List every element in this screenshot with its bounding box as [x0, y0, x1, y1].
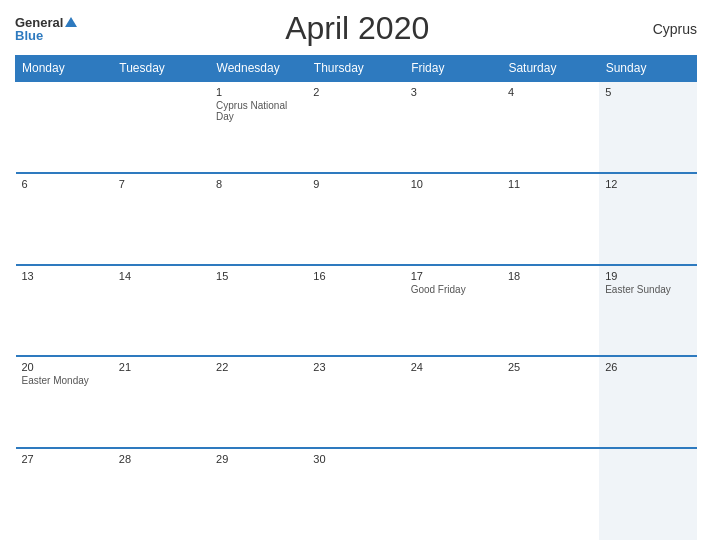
day-number: 9 [313, 178, 398, 190]
calendar-cell: 16 [307, 265, 404, 357]
calendar-cell: 20Easter Monday [16, 356, 113, 448]
day-number: 14 [119, 270, 204, 282]
calendar-cell [113, 81, 210, 173]
day-number: 8 [216, 178, 301, 190]
calendar-cell: 13 [16, 265, 113, 357]
day-number: 6 [22, 178, 107, 190]
calendar-cell: 6 [16, 173, 113, 265]
calendar-cell: 24 [405, 356, 502, 448]
calendar-cell: 10 [405, 173, 502, 265]
day-number: 3 [411, 86, 496, 98]
calendar-cell [599, 448, 696, 540]
day-number: 26 [605, 361, 690, 373]
day-number: 29 [216, 453, 301, 465]
header-sunday: Sunday [599, 56, 696, 82]
calendar-cell [16, 81, 113, 173]
header: General Blue April 2020 Cyprus [15, 10, 697, 47]
day-number: 28 [119, 453, 204, 465]
logo-general-text: General [15, 16, 63, 29]
day-number: 11 [508, 178, 593, 190]
calendar-cell [502, 448, 599, 540]
day-number: 10 [411, 178, 496, 190]
event-text: Good Friday [411, 284, 496, 295]
calendar-cell: 17Good Friday [405, 265, 502, 357]
day-number: 7 [119, 178, 204, 190]
calendar-cell: 12 [599, 173, 696, 265]
logo-blue-text: Blue [15, 29, 43, 42]
calendar-cell: 15 [210, 265, 307, 357]
day-number: 21 [119, 361, 204, 373]
calendar-cell: 28 [113, 448, 210, 540]
logo-triangle-icon [65, 17, 77, 27]
calendar-cell: 9 [307, 173, 404, 265]
event-text: Cyprus National Day [216, 100, 301, 122]
calendar-cell: 19Easter Sunday [599, 265, 696, 357]
week-row-3: 1314151617Good Friday1819Easter Sunday [16, 265, 697, 357]
calendar-cell: 14 [113, 265, 210, 357]
country-label: Cyprus [637, 21, 697, 37]
day-number: 2 [313, 86, 398, 98]
calendar-title: April 2020 [285, 10, 429, 47]
day-number: 1 [216, 86, 301, 98]
calendar-cell: 7 [113, 173, 210, 265]
header-thursday: Thursday [307, 56, 404, 82]
day-number: 22 [216, 361, 301, 373]
calendar-cell: 25 [502, 356, 599, 448]
week-row-2: 6789101112 [16, 173, 697, 265]
day-number: 15 [216, 270, 301, 282]
calendar-cell: 29 [210, 448, 307, 540]
calendar-cell: 18 [502, 265, 599, 357]
day-number: 4 [508, 86, 593, 98]
event-text: Easter Monday [22, 375, 107, 386]
calendar-cell: 26 [599, 356, 696, 448]
day-number: 13 [22, 270, 107, 282]
day-number: 18 [508, 270, 593, 282]
day-number: 27 [22, 453, 107, 465]
day-number: 24 [411, 361, 496, 373]
calendar-cell: 3 [405, 81, 502, 173]
week-row-5: 27282930 [16, 448, 697, 540]
weekday-header-row: Monday Tuesday Wednesday Thursday Friday… [16, 56, 697, 82]
calendar-cell: 1Cyprus National Day [210, 81, 307, 173]
calendar-cell: 2 [307, 81, 404, 173]
header-saturday: Saturday [502, 56, 599, 82]
calendar-cell: 30 [307, 448, 404, 540]
calendar-cell: 22 [210, 356, 307, 448]
calendar-cell: 21 [113, 356, 210, 448]
calendar-cell: 27 [16, 448, 113, 540]
calendar-cell [405, 448, 502, 540]
day-number: 5 [605, 86, 690, 98]
calendar-table: Monday Tuesday Wednesday Thursday Friday… [15, 55, 697, 540]
day-number: 12 [605, 178, 690, 190]
header-tuesday: Tuesday [113, 56, 210, 82]
day-number: 23 [313, 361, 398, 373]
logo: General Blue [15, 16, 77, 42]
day-number: 17 [411, 270, 496, 282]
week-row-1: 1Cyprus National Day2345 [16, 81, 697, 173]
header-wednesday: Wednesday [210, 56, 307, 82]
day-number: 20 [22, 361, 107, 373]
day-number: 25 [508, 361, 593, 373]
day-number: 16 [313, 270, 398, 282]
calendar-cell: 5 [599, 81, 696, 173]
calendar-cell: 8 [210, 173, 307, 265]
event-text: Easter Sunday [605, 284, 690, 295]
header-friday: Friday [405, 56, 502, 82]
calendar-cell: 23 [307, 356, 404, 448]
calendar-cell: 11 [502, 173, 599, 265]
calendar-cell: 4 [502, 81, 599, 173]
week-row-4: 20Easter Monday212223242526 [16, 356, 697, 448]
day-number: 30 [313, 453, 398, 465]
day-number: 19 [605, 270, 690, 282]
calendar-container: General Blue April 2020 Cyprus Monday Tu… [0, 0, 712, 550]
header-monday: Monday [16, 56, 113, 82]
